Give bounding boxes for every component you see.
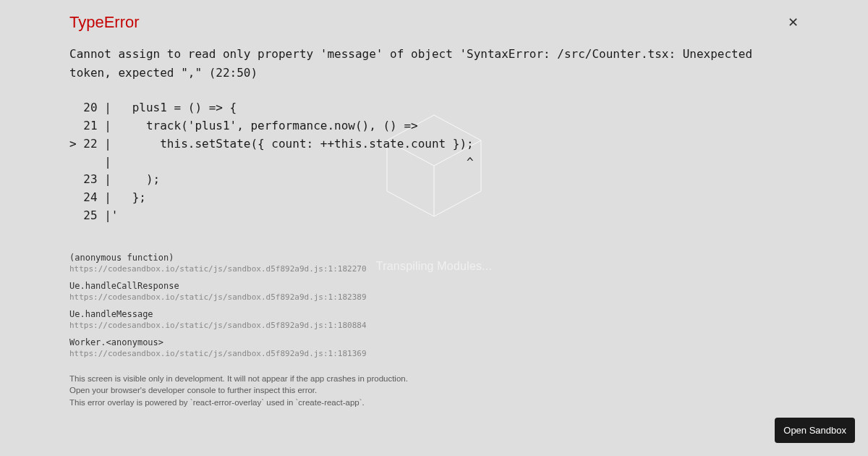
stack-location: https://codesandbox.io/static/js/sandbox…: [69, 264, 799, 274]
error-title: TypeError: [69, 13, 140, 32]
stack-frame: Worker.<anonymous> https://codesandbox.i…: [69, 337, 799, 358]
stack-function-name: (anonymous function): [69, 253, 799, 263]
stack-frame: (anonymous function) https://codesandbox…: [69, 253, 799, 274]
error-header: TypeError ✕: [69, 13, 799, 32]
stack-function-name: Ue.handleMessage: [69, 309, 799, 319]
close-icon[interactable]: ✕: [788, 16, 799, 29]
stack-location: https://codesandbox.io/static/js/sandbox…: [69, 292, 799, 302]
stack-trace: (anonymous function) https://codesandbox…: [69, 253, 799, 358]
stack-frame: Ue.handleCallResponse https://codesandbo…: [69, 281, 799, 302]
stack-function-name: Ue.handleCallResponse: [69, 281, 799, 291]
error-overlay: TypeError ✕ Cannot assign to read only p…: [0, 0, 868, 456]
stack-location: https://codesandbox.io/static/js/sandbox…: [69, 321, 799, 330]
error-code-frame: 20 | plus1 = () => { 21 | track('plus1',…: [69, 99, 799, 225]
stack-location: https://codesandbox.io/static/js/sandbox…: [69, 349, 799, 358]
stack-frame: Ue.handleMessage https://codesandbox.io/…: [69, 309, 799, 330]
footer-notes: This screen is visible only in developme…: [69, 373, 799, 409]
error-message: Cannot assign to read only property 'mes…: [69, 45, 799, 82]
open-sandbox-button[interactable]: Open Sandbox: [775, 418, 855, 443]
stack-function-name: Worker.<anonymous>: [69, 337, 799, 347]
footer-note-line: This screen is visible only in developme…: [69, 373, 799, 385]
footer-note-line: Open your browser's developer console to…: [69, 384, 799, 397]
footer-note-line: This error overlay is powered by `react-…: [69, 397, 799, 409]
